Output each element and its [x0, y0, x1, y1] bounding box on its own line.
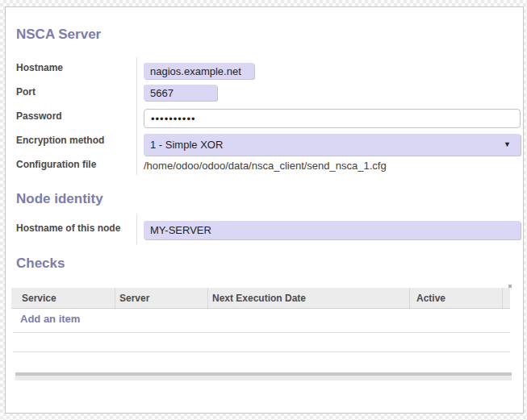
port-input[interactable] [144, 85, 217, 101]
checks-table-header-server[interactable]: Server [115, 288, 207, 308]
nsca-config-form: NSCA Server Hostname Port Password Encry… [5, 6, 524, 414]
node-hostname-input[interactable] [144, 221, 521, 239]
label-column-separator [136, 57, 137, 175]
encryption-method-field: 1 - Simple XOR ▼ [144, 134, 521, 156]
hostname-input[interactable] [144, 63, 254, 79]
odoo-form-background: { "form": { "sections": { "server": { "t… [0, 0, 527, 420]
checks-table-header-next-execution-date[interactable]: Next Execution Date [207, 288, 409, 308]
table-row-divider [13, 332, 510, 333]
encryption-method-select[interactable]: 1 - Simple XOR [144, 134, 521, 156]
configuration-file-label: Configuration file [16, 159, 96, 170]
checks-table-header-service[interactable]: Service [11, 288, 115, 308]
configuration-file-value: /home/odoo/odoo/data/nsca_client/send_ns… [144, 160, 387, 172]
encryption-method-label: Encryption method [16, 135, 104, 146]
port-label: Port [16, 86, 36, 98]
password-label: Password [16, 110, 62, 122]
label-column-separator [136, 214, 137, 244]
node-hostname-label: Hostname of this node [16, 222, 120, 234]
node-identity-section-title: Node identity [16, 191, 103, 207]
checks-section-title: Checks [16, 256, 65, 272]
hostname-label: Hostname [16, 62, 63, 73]
password-input[interactable] [144, 109, 521, 128]
add-an-item-link[interactable]: Add an item [20, 313, 80, 325]
horizontal-scrollbar[interactable] [15, 372, 512, 380]
table-bottom-divider [13, 351, 510, 352]
horizontal-scrollbar-thumb[interactable] [15, 372, 512, 376]
checks-table-header-filler [502, 288, 510, 308]
checks-table-header-active[interactable]: Active [409, 288, 502, 308]
checks-table-header-row: Service Server Next Execution Date Activ… [11, 288, 510, 309]
nsca-server-section-title: NSCA Server [16, 27, 101, 43]
